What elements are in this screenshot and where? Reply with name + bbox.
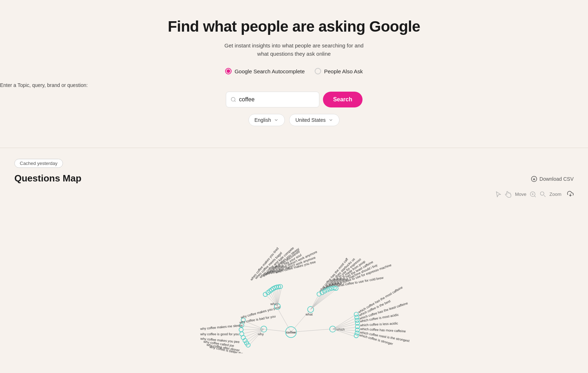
- language-selector[interactable]: English: [249, 114, 285, 126]
- search-input[interactable]: [239, 92, 315, 107]
- mode-group: Move Zoom: [495, 191, 561, 198]
- download-icon: [567, 190, 574, 197]
- svg-line-80: [311, 291, 329, 309]
- section-title: Questions Map: [14, 173, 81, 184]
- svg-point-8: [540, 192, 544, 195]
- svg-text:coffee: coffee: [286, 331, 296, 334]
- svg-text:which coffee is less acidic: which coffee is less acidic: [360, 322, 398, 327]
- svg-line-1: [234, 101, 236, 102]
- radio-group: Google Search Autocomplete People Also A…: [225, 68, 363, 74]
- country-selector[interactable]: United States: [289, 114, 339, 126]
- svg-line-89: [311, 290, 335, 309]
- search-label: Enter a Topic, query, brand or question:: [0, 82, 137, 88]
- svg-point-95[interactable]: [354, 312, 359, 317]
- toolbar: Download CSV: [531, 176, 574, 182]
- svg-point-0: [231, 97, 235, 101]
- hand-move-icon: [505, 191, 512, 198]
- download-image-button[interactable]: [567, 190, 574, 198]
- svg-text:why coffee is good for you: why coffee is good for you: [200, 332, 239, 336]
- svg-line-5: [534, 195, 536, 197]
- hero-title: Find what people are asking Google: [168, 18, 420, 35]
- download-csv-icon: [531, 176, 537, 182]
- search-icon: [231, 97, 236, 102]
- results-section: Cached yesterday Questions Map Download …: [0, 148, 588, 373]
- download-csv-button[interactable]: Download CSV: [531, 176, 574, 182]
- map-container[interactable]: coffee why why coffee makes you poop why…: [14, 202, 574, 353]
- radio-circle-paa: [315, 68, 321, 74]
- radio-option-autocomplete[interactable]: Google Search Autocomplete: [225, 68, 305, 74]
- questions-map-svg: coffee why why coffee makes you poop why…: [14, 202, 574, 353]
- cached-badge: Cached yesterday: [14, 159, 63, 168]
- zoom-button[interactable]: Zoom: [550, 192, 561, 197]
- hero-section: Find what people are asking Google Get i…: [0, 0, 588, 148]
- chevron-down-icon-country: [328, 118, 333, 123]
- svg-point-20[interactable]: [239, 328, 243, 332]
- radio-circle-autocomplete: [225, 68, 232, 74]
- zoom-icon: [539, 191, 547, 198]
- search-input-wrap[interactable]: [226, 92, 320, 107]
- svg-line-94: [333, 316, 354, 329]
- radio-option-people-also-ask[interactable]: People Also Ask: [315, 68, 363, 74]
- hero-subtitle: Get instant insights into what people ar…: [219, 42, 370, 58]
- svg-line-77: [311, 292, 326, 310]
- svg-point-113[interactable]: [355, 331, 359, 335]
- search-row: Search: [226, 92, 363, 107]
- svg-point-116[interactable]: [354, 333, 359, 338]
- cursor-icon: [495, 191, 502, 198]
- move-button[interactable]: Move: [515, 192, 527, 197]
- filter-row: English United States: [249, 114, 340, 126]
- search-button[interactable]: Search: [323, 92, 362, 107]
- svg-line-37: [277, 308, 291, 332]
- svg-line-86: [311, 290, 333, 310]
- zoom-cursor-icon: [529, 191, 537, 198]
- svg-text:what: what: [305, 313, 313, 316]
- svg-line-34: [250, 329, 264, 344]
- svg-line-92: [291, 329, 330, 332]
- chevron-down-icon: [274, 118, 279, 123]
- svg-text:why coffee makes me sleepy: why coffee makes me sleepy: [200, 323, 243, 331]
